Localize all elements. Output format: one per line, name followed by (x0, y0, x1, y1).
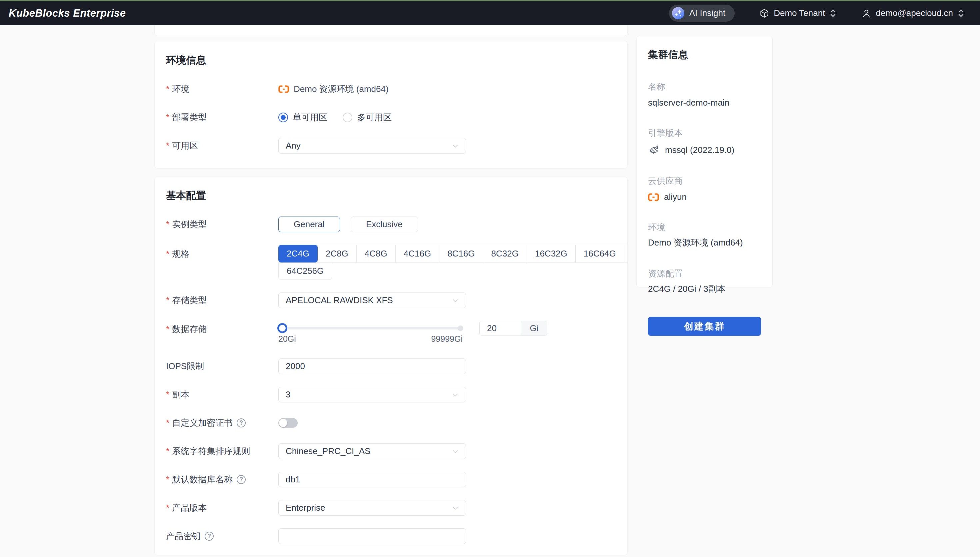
summary-env-value: Demo 资源环境 (amd64) (648, 237, 761, 249)
deploy-type-label: * 部署类型 (166, 112, 278, 123)
spec-option-2c8g[interactable]: 2C8G (317, 245, 357, 262)
zone-row: * 可用区 Any (166, 138, 616, 153)
zone-select[interactable]: Any (278, 138, 466, 153)
summary-name-group: 名称 sqlserver-demo-main (648, 81, 761, 108)
env-label: * 环境 (166, 83, 278, 95)
default-db-input[interactable] (278, 472, 466, 487)
tenant-updown-icon (829, 8, 837, 19)
instance-type-exclusive-button[interactable]: Exclusive (351, 217, 418, 232)
required-marker: * (166, 112, 170, 122)
instance-type-label: * 实例类型 (166, 218, 278, 230)
user-updown-icon (957, 8, 965, 19)
spec-option-2c4g[interactable]: 2C4G (278, 245, 318, 262)
data-storage-input[interactable] (479, 321, 521, 336)
spec-label: * 规格 (166, 248, 278, 260)
ai-insight-button[interactable]: AI Insight (669, 5, 735, 22)
radio-single-zone[interactable]: 单可用区 (278, 112, 327, 123)
radio-selected-icon (278, 112, 288, 122)
spec-option-8c32g[interactable]: 8C32G (483, 245, 527, 262)
edition-row: * 产品版本 Enterprise (166, 500, 616, 516)
spec-option-8c16g[interactable]: 8C16G (439, 245, 483, 262)
storage-type-row: * 存储类型 APELOCAL RAWDISK XFS (166, 293, 616, 308)
user-email: demo@apecloud.cn (876, 8, 953, 18)
deploy-type-radio-group: 单可用区 多可用区 (278, 112, 392, 123)
storage-type-select[interactable]: APELOCAL RAWDISK XFS (278, 293, 466, 308)
required-marker: * (166, 140, 170, 151)
app-header: KubeBlocks Enterprise AI Insight Demo Te… (0, 1, 980, 25)
required-marker: * (166, 249, 170, 259)
toggle-knob (279, 419, 287, 427)
help-icon[interactable]: ? (236, 419, 246, 427)
zone-select-value: Any (286, 140, 301, 151)
scrolled-card-remnant (154, 25, 628, 36)
data-storage-unit: Gi (521, 321, 547, 336)
ai-sparkle-icon (672, 7, 684, 20)
edition-select[interactable]: Enterprise (278, 500, 466, 516)
chevron-down-icon (451, 504, 460, 512)
instance-type-options: General Exclusive (278, 217, 427, 232)
header-actions: AI Insight Demo Tenant demo@apecloud.cn (669, 5, 965, 22)
required-marker: * (166, 474, 170, 485)
aliyun-provider-icon (278, 85, 289, 93)
chevron-down-icon (451, 447, 460, 456)
storage-type-label: * 存储类型 (166, 295, 278, 306)
user-icon (861, 8, 871, 18)
env-value: Demo 资源环境 (amd64) (278, 83, 389, 95)
spec-option-64c256g[interactable]: 64C256G (278, 262, 332, 280)
spec-option-4c8g[interactable]: 4C8G (356, 245, 396, 262)
data-storage-input-group: Gi (479, 321, 547, 336)
radio-unselected-icon (342, 112, 352, 122)
required-marker: * (166, 324, 170, 334)
summary-provider-label: 云供应商 (648, 175, 761, 187)
data-storage-control: 20Gi 99999Gi Gi (278, 321, 547, 344)
deploy-type-row: * 部署类型 单可用区 多可用区 (166, 109, 616, 125)
tenant-selector[interactable]: Demo Tenant (759, 8, 837, 19)
env-value-text: Demo 资源环境 (amd64) (294, 83, 389, 95)
basic-config-title: 基本配置 (166, 189, 616, 202)
default-db-row: * 默认数据库名称 ? (166, 472, 616, 487)
iops-input[interactable] (278, 358, 466, 374)
required-marker: * (166, 219, 170, 230)
slider-track[interactable] (278, 327, 463, 329)
data-storage-slider: 20Gi 99999Gi (278, 321, 463, 344)
radio-multi-zone[interactable]: 多可用区 (342, 112, 392, 123)
summary-engine-value: mssql (2022.19.0) (665, 145, 734, 155)
help-icon[interactable]: ? (236, 475, 246, 484)
replicas-row: * 副本 3 (166, 387, 616, 402)
zone-label: * 可用区 (166, 140, 278, 151)
data-storage-row: * 数据存储 20Gi 99999Gi (166, 321, 616, 346)
form-column: 环境信息 * 环境 Demo 资源环境 (amd64) (154, 25, 628, 555)
spec-option-16c32g[interactable]: 16C32G (527, 245, 576, 262)
tenant-cube-icon (759, 8, 769, 18)
cluster-summary-panel: 集群信息 名称 sqlserver-demo-main 引擎版本 mssql (… (636, 36, 773, 288)
spec-option-32c128g[interactable]: 32C128G (624, 245, 628, 262)
summary-provider-value-row: aliyun (648, 192, 761, 202)
env-row: * 环境 Demo 资源环境 (amd64) (166, 81, 616, 97)
custom-cert-toggle[interactable] (278, 418, 298, 428)
summary-resources-value: 2C4G / 20Gi / 3副本 (648, 283, 761, 295)
summary-engine-group: 引擎版本 mssql (2022.19.0) (648, 127, 761, 156)
replicas-label: * 副本 (166, 389, 278, 401)
required-marker: * (166, 295, 170, 306)
cluster-summary-title: 集群信息 (648, 48, 761, 62)
replicas-select[interactable]: 3 (278, 387, 466, 402)
slider-range-labels: 20Gi 99999Gi (278, 334, 463, 344)
summary-provider-group: 云供应商 aliyun (648, 175, 761, 202)
summary-env-label: 环境 (648, 221, 761, 233)
aliyun-provider-icon (648, 193, 659, 201)
help-icon[interactable]: ? (205, 532, 214, 541)
product-key-input[interactable] (278, 528, 466, 544)
slider-handle[interactable] (277, 323, 287, 333)
instance-type-row: * 实例类型 General Exclusive (166, 217, 616, 232)
basic-config-section-card: 基本配置 * 实例类型 General Exclusive * 规格 (154, 177, 628, 555)
collation-select[interactable]: Chinese_PRC_CI_AS (278, 443, 466, 459)
edition-label: * 产品版本 (166, 502, 278, 514)
create-cluster-button[interactable]: 创建集群 (648, 317, 761, 336)
spec-option-16c64g[interactable]: 16C64G (575, 245, 625, 262)
mssql-engine-icon (648, 144, 660, 156)
chevron-down-icon (451, 142, 460, 150)
required-marker: * (166, 446, 170, 456)
user-menu[interactable]: demo@apecloud.cn (861, 8, 965, 19)
instance-type-general-button[interactable]: General (278, 217, 340, 232)
spec-option-4c16g[interactable]: 4C16G (395, 245, 439, 262)
